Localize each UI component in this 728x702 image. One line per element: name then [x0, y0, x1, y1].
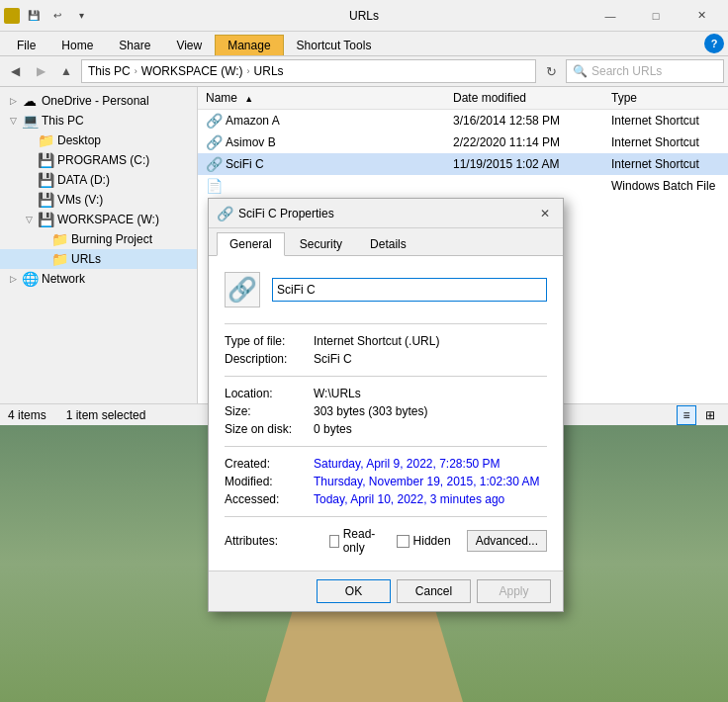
- minimize-button[interactable]: —: [588, 0, 633, 32]
- prop-row-size-disk: Size on disk: 0 bytes: [225, 422, 547, 436]
- file-icon: 🔗: [206, 134, 222, 150]
- readonly-checkbox[interactable]: [329, 535, 339, 548]
- divider-1: [225, 323, 547, 324]
- tab-file[interactable]: File: [4, 35, 48, 55]
- sidebar-item-label: DATA (D:): [57, 173, 110, 187]
- prop-value: 303 bytes (303 bytes): [314, 404, 547, 418]
- sidebar-item-label: OneDrive - Personal: [42, 94, 149, 108]
- sidebar-item-data[interactable]: 💾 DATA (D:): [0, 170, 197, 190]
- divider-2: [225, 376, 547, 377]
- ok-button[interactable]: OK: [317, 579, 391, 603]
- view-controls: ≡ ⊞: [677, 405, 720, 425]
- refresh-button[interactable]: ↻: [540, 60, 562, 82]
- file-name: Asimov B: [226, 135, 276, 149]
- prop-label: Location:: [225, 387, 314, 400]
- sidebar-item-urls[interactable]: 📁 URLs: [0, 249, 197, 269]
- prop-label: Created:: [225, 457, 314, 471]
- ribbon: File Home Share View Manage Shortcut Too…: [0, 32, 728, 56]
- close-button[interactable]: ✕: [679, 0, 724, 32]
- cancel-button[interactable]: Cancel: [397, 579, 471, 603]
- dialog-close-button[interactable]: ✕: [535, 204, 555, 223]
- table-row[interactable]: 🔗 Asimov B 2/22/2020 11:14 PM Internet S…: [198, 132, 728, 153]
- readonly-label: Read-only: [343, 527, 381, 555]
- sidebar-item-label: VMs (V:): [57, 193, 103, 207]
- prop-value: 0 bytes: [314, 422, 547, 436]
- table-row[interactable]: 🔗 SciFi C 11/19/2015 1:02 AM Internet Sh…: [198, 153, 728, 175]
- col-type-header[interactable]: Type: [603, 89, 728, 107]
- file-type: Internet Shortcut: [603, 133, 728, 151]
- file-type: Internet Shortcut: [603, 155, 728, 173]
- large-icon-view-btn[interactable]: ⊞: [700, 405, 720, 425]
- thispc-icon: 💻: [22, 113, 38, 129]
- col-name-label: Name: [206, 91, 237, 105]
- sidebar-item-label: Burning Project: [71, 232, 152, 246]
- prop-row-modified: Modified: Thursday, November 19, 2015, 1…: [225, 475, 547, 488]
- forward-button[interactable]: ▶: [30, 60, 51, 82]
- tab-share[interactable]: Share: [106, 35, 163, 55]
- sidebar-item-burning[interactable]: 📁 Burning Project: [0, 229, 197, 249]
- prop-value: Internet Shortcut (.URL): [314, 334, 547, 348]
- qat-down[interactable]: ▾: [71, 6, 91, 26]
- sidebar-item-label: Desktop: [57, 133, 101, 147]
- tab-view[interactable]: View: [163, 35, 215, 55]
- qat-save[interactable]: 💾: [24, 6, 44, 26]
- back-button[interactable]: ◀: [4, 60, 26, 82]
- file-type: Internet Shortcut: [603, 112, 728, 130]
- apply-button[interactable]: Apply: [477, 579, 551, 603]
- tab-details[interactable]: Details: [357, 232, 419, 255]
- prop-value: SciFi C: [314, 352, 547, 366]
- file-list-header: Name ▲ Date modified Type: [198, 87, 728, 110]
- crumb-workspace[interactable]: WORKSPACE (W:): [141, 64, 243, 78]
- sidebar-item-network[interactable]: ▷ 🌐 Network: [0, 269, 197, 289]
- up-button[interactable]: ▲: [55, 60, 77, 82]
- maximize-button[interactable]: □: [633, 0, 679, 32]
- col-modified-label: Date modified: [453, 91, 526, 105]
- address-box[interactable]: This PC › WORKSPACE (W:) › URLs: [81, 59, 536, 83]
- prop-name-row: 🔗: [225, 272, 547, 307]
- sidebar-item-vms[interactable]: 💾 VMs (V:): [0, 190, 197, 210]
- table-row[interactable]: 📄 Windows Batch File: [198, 175, 728, 197]
- file-modified: 2/22/2020 11:14 PM: [445, 133, 603, 151]
- tab-manage-label: Manage: [228, 39, 270, 52]
- help-button[interactable]: ?: [704, 34, 724, 53]
- details-view-btn[interactable]: ≡: [677, 405, 696, 425]
- tab-manage[interactable]: Manage: [215, 35, 283, 55]
- col-modified-header[interactable]: Date modified: [445, 89, 603, 107]
- sidebar-item-workspace[interactable]: ▽ 💾 WORKSPACE (W:): [0, 210, 197, 229]
- readonly-attr[interactable]: Read-only: [329, 527, 381, 555]
- sidebar-item-programs[interactable]: 💾 PROGRAMS (C:): [0, 150, 197, 170]
- urls-icon: 📁: [51, 251, 67, 267]
- table-row[interactable]: 🔗 Amazon A 3/16/2014 12:58 PM Internet S…: [198, 110, 728, 132]
- advanced-button[interactable]: Advanced...: [467, 530, 547, 552]
- arrow-1: ›: [135, 66, 137, 76]
- expand-arrow: ▷: [8, 274, 18, 284]
- sidebar-item-label: This PC: [42, 114, 84, 128]
- crumb-current[interactable]: URLs: [254, 64, 284, 78]
- tab-general[interactable]: General: [217, 232, 285, 256]
- prop-label: Size:: [225, 404, 314, 418]
- file-type: Windows Batch File: [603, 177, 728, 195]
- tab-security[interactable]: Security: [287, 232, 355, 255]
- vms-icon: 💾: [38, 192, 53, 208]
- file-icon: 🔗: [206, 156, 222, 172]
- hidden-checkbox[interactable]: [397, 535, 410, 548]
- crumb-thispc[interactable]: This PC: [88, 64, 131, 78]
- tab-urls[interactable]: Shortcut Tools: [284, 35, 385, 55]
- search-box[interactable]: 🔍 Search URLs: [566, 59, 724, 83]
- qat-undo[interactable]: ↩: [47, 6, 67, 26]
- prop-label: Accessed:: [225, 492, 314, 506]
- prop-row-size: Size: 303 bytes (303 bytes): [225, 404, 547, 418]
- tab-home[interactable]: Home: [48, 35, 106, 55]
- hidden-attr[interactable]: Hidden: [397, 534, 451, 548]
- sidebar-item-onedrive[interactable]: ▷ ☁ OneDrive - Personal: [0, 91, 197, 111]
- file-modified: 11/19/2015 1:02 AM: [445, 155, 603, 173]
- burning-icon: 📁: [51, 231, 67, 247]
- sidebar-item-thispc[interactable]: ▽ 💻 This PC: [0, 111, 197, 131]
- desktop-icon: 📁: [38, 132, 53, 148]
- file-name-input[interactable]: [272, 278, 547, 302]
- dialog-tabs: General Security Details: [209, 228, 563, 256]
- sidebar-item-desktop[interactable]: 📁 Desktop: [0, 131, 197, 150]
- prop-value: Today, April 10, 2022, 3 minutes ago: [314, 492, 547, 506]
- sidebar-item-label: WORKSPACE (W:): [57, 213, 159, 226]
- col-name-header[interactable]: Name ▲: [198, 89, 445, 107]
